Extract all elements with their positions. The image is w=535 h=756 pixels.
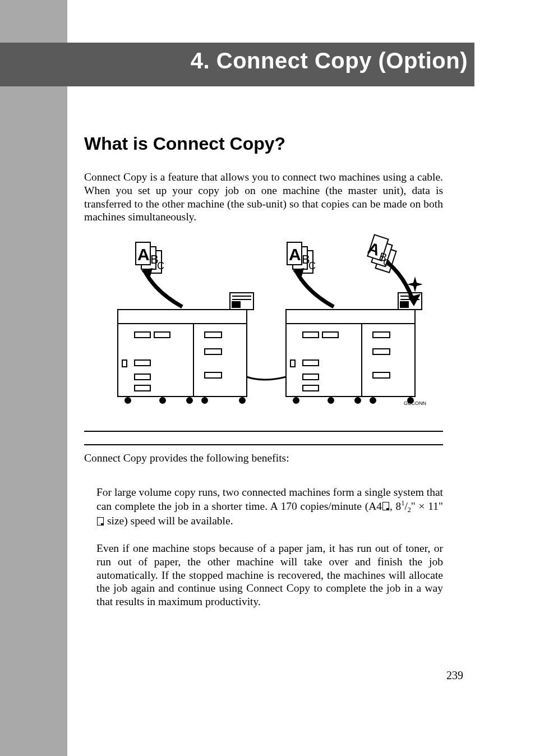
- chapter-number: 4.: [191, 48, 210, 73]
- benefit-1-text-b: size) speed will be available.: [107, 515, 233, 527]
- connect-copy-diagram: A B C A B C A B C: [101, 231, 426, 416]
- orientation-icon: [97, 517, 104, 525]
- divider: [84, 444, 443, 445]
- svg-text:A: A: [137, 245, 150, 264]
- svg-point-20: [239, 398, 245, 403]
- orientation-icon: [382, 502, 389, 510]
- svg-point-37: [293, 398, 299, 403]
- figure-label: GCCONN1J: [404, 400, 426, 406]
- svg-point-40: [370, 398, 376, 403]
- svg-rect-33: [290, 360, 295, 367]
- benefit-2: Even if one machine stops because of a p…: [96, 542, 443, 609]
- svg-rect-2: [118, 310, 247, 324]
- svg-rect-12: [122, 360, 127, 367]
- chapter-title: 4. Connect Copy (Option): [191, 48, 468, 73]
- benefits-intro: Connect Copy provides the following bene…: [84, 452, 289, 464]
- svg-text:A: A: [289, 245, 301, 264]
- intro-paragraph: Connect Copy is a feature that allows yo…: [84, 170, 443, 224]
- svg-text:C: C: [308, 260, 316, 271]
- svg-rect-23: [286, 310, 415, 324]
- svg-text:C: C: [157, 260, 164, 271]
- svg-point-38: [328, 398, 334, 403]
- chapter-name: Connect Copy (Option): [216, 48, 468, 73]
- fraction-numerator: 1: [401, 499, 404, 507]
- svg-point-17: [160, 398, 165, 403]
- svg-rect-6: [232, 302, 240, 307]
- svg-point-19: [202, 398, 207, 403]
- svg-point-39: [355, 398, 361, 403]
- left-sidebar: [0, 0, 67, 756]
- svg-point-18: [187, 398, 192, 403]
- svg-rect-27: [400, 302, 408, 307]
- benefit-1-times: " × 11": [411, 500, 443, 511]
- svg-point-16: [125, 398, 131, 403]
- benefit-1: For large volume copy runs, two connecte…: [96, 486, 443, 528]
- page-number: 239: [446, 669, 463, 682]
- divider: [84, 431, 443, 432]
- section-title: What is Connect Copy?: [84, 133, 285, 154]
- benefit-1-comma: , 8: [390, 500, 401, 511]
